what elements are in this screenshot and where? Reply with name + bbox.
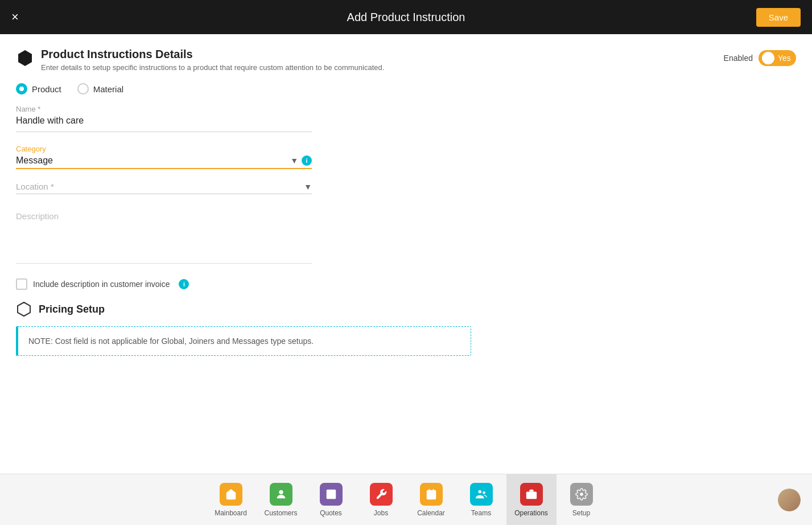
pricing-section: Pricing Setup NOTE: Cost field is not ap…	[16, 301, 796, 356]
radio-material-circle	[77, 83, 89, 95]
nav-label-operations: Operations	[514, 509, 548, 517]
svg-point-12	[483, 491, 485, 494]
enabled-toggle[interactable]: Yes	[759, 50, 796, 66]
customers-icon	[270, 483, 292, 506]
radio-product-circle	[16, 83, 27, 95]
enabled-group: Enabled Yes	[724, 50, 796, 66]
avatar-image	[778, 489, 801, 511]
section-header: Product Instructions Details Enter detai…	[16, 48, 796, 72]
checkbox-row: Include description in customer invoice …	[16, 278, 312, 290]
nav-label-quotes: Quotes	[320, 509, 342, 517]
nav-label-mainboard: Mainboard	[215, 509, 247, 517]
main-content: Product Instructions Details Enter detai…	[0, 34, 812, 474]
svg-marker-1	[18, 302, 30, 316]
section-title-text: Product Instructions Details Enter detai…	[41, 48, 384, 72]
location-field-row: Location * ▼	[16, 182, 312, 194]
nav-item-teams[interactable]: Teams	[456, 474, 506, 526]
nav-item-jobs[interactable]: Jobs	[356, 474, 406, 526]
nav-label-setup: Setup	[572, 509, 590, 517]
category-field-group: Category Message ▼ i	[16, 145, 312, 169]
radio-product-label: Product	[32, 84, 61, 94]
svg-rect-7	[426, 490, 436, 499]
section-subtitle: Enter details to setup specific instruct…	[41, 63, 384, 72]
pricing-hex-icon	[16, 301, 32, 317]
enabled-label: Enabled	[724, 54, 753, 63]
name-field-row	[16, 116, 312, 132]
name-label: Name *	[16, 105, 312, 113]
quotes-icon	[320, 483, 343, 506]
avatar[interactable]	[778, 489, 801, 511]
category-field-row: Message ▼ i	[16, 155, 312, 169]
nav-item-setup[interactable]: Setup	[557, 474, 607, 526]
location-dropdown-arrow[interactable]: ▼	[304, 182, 312, 191]
save-button[interactable]: Save	[756, 8, 801, 27]
bottom-nav: Mainboard Customers Quotes Jobs Calendar…	[0, 474, 812, 525]
section-title-group: Product Instructions Details Enter detai…	[16, 48, 384, 72]
nav-item-quotes[interactable]: Quotes	[306, 474, 356, 526]
svg-point-2	[279, 490, 283, 494]
nav-label-calendar: Calendar	[417, 509, 445, 517]
location-field-group: Location * ▼	[16, 182, 312, 194]
nav-label-customers: Customers	[264, 509, 297, 517]
svg-point-14	[580, 493, 583, 496]
category-info-icon[interactable]: i	[302, 155, 312, 166]
toggle-value: Yes	[778, 54, 791, 63]
header: × Add Product Instruction Save	[0, 0, 812, 34]
description-textarea[interactable]	[16, 207, 312, 264]
operations-icon	[520, 483, 543, 506]
jobs-icon	[370, 483, 393, 506]
toggle-knob	[762, 52, 774, 64]
checkbox-info-icon[interactable]: i	[179, 279, 189, 289]
category-value: Message	[16, 155, 290, 166]
nav-item-mainboard[interactable]: Mainboard	[206, 474, 256, 526]
svg-marker-0	[18, 50, 32, 66]
svg-rect-13	[526, 491, 536, 499]
pricing-header: Pricing Setup	[16, 301, 796, 317]
radio-material-label: Material	[93, 84, 123, 94]
nav-item-calendar[interactable]: Calendar	[406, 474, 456, 526]
nav-label-jobs: Jobs	[374, 509, 388, 517]
pricing-title: Pricing Setup	[39, 303, 105, 315]
setup-icon	[570, 483, 593, 506]
section-title: Product Instructions Details	[41, 48, 384, 61]
radio-product[interactable]: Product	[16, 83, 61, 95]
mainboard-icon	[220, 483, 242, 506]
close-button[interactable]: ×	[11, 11, 19, 23]
svg-point-11	[478, 490, 481, 493]
radio-group: Product Material	[16, 83, 796, 95]
form-section: Name * Category Message ▼ i Location * ▼	[16, 105, 312, 290]
category-label: Category	[16, 145, 312, 153]
note-box: NOTE: Cost field is not applicable for G…	[16, 326, 471, 356]
calendar-icon	[420, 483, 443, 506]
teams-icon	[470, 483, 493, 506]
name-input[interactable]	[16, 116, 312, 129]
checkbox-label: Include description in customer invoice	[33, 280, 170, 289]
nav-item-operations[interactable]: Operations	[506, 474, 557, 526]
note-text: NOTE: Cost field is not applicable for G…	[28, 337, 314, 346]
page-title: Add Product Instruction	[347, 11, 465, 24]
description-field-group	[16, 207, 312, 266]
invoice-checkbox[interactable]	[16, 278, 27, 290]
category-dropdown-arrow[interactable]: ▼	[290, 156, 298, 165]
hexagon-icon	[16, 49, 34, 67]
radio-material[interactable]: Material	[77, 83, 123, 95]
name-field-group: Name *	[16, 105, 312, 132]
location-placeholder: Location *	[16, 182, 304, 191]
nav-label-teams: Teams	[471, 509, 491, 517]
nav-item-customers[interactable]: Customers	[256, 474, 306, 526]
